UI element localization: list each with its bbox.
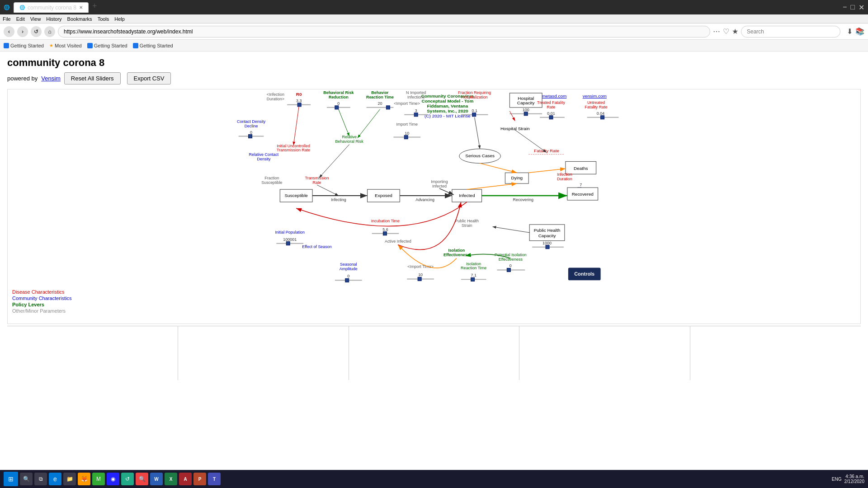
menu-bookmarks[interactable]: Bookmarks: [67, 16, 92, 22]
incubation-time-slider[interactable]: [383, 232, 387, 235]
infection-duration-top-label: <Infection: [267, 92, 284, 97]
importing-infected-label2: Infected: [432, 184, 447, 188]
import-time-ref-value: 10: [418, 272, 423, 277]
options-icon[interactable]: ⋯: [713, 27, 720, 36]
page-content: community corona 8 powered by Vensim Res…: [0, 52, 868, 455]
bookmark-most-visited[interactable]: ★ Most Visited: [49, 43, 82, 48]
bookmark-icon[interactable]: ♡: [723, 27, 729, 36]
restore-button[interactable]: □: [850, 3, 855, 12]
seasonal-amplitude-slider[interactable]: [345, 278, 349, 282]
n-imported-slider[interactable]: [414, 113, 418, 117]
star-icon[interactable]: ★: [732, 27, 738, 36]
diagram-container: Community Coronavirus Conceptual Model -…: [7, 89, 861, 324]
vensim-link-diagram[interactable]: vensim.com: [583, 94, 607, 99]
initial-uncontrolled-label2: Transmission Rate: [277, 148, 310, 152]
behavioral-risk-slider[interactable]: [335, 106, 339, 109]
hospital-capacity-slider[interactable]: [524, 112, 528, 116]
potential-isolation-label2: Effectiveness: [499, 257, 523, 262]
treated-fatality-slider[interactable]: [549, 116, 553, 119]
diagram-svg: Community Coronavirus Conceptual Model -…: [8, 89, 860, 324]
menu-history[interactable]: History: [46, 16, 61, 22]
bookmark-getting-started-1[interactable]: Getting Started: [4, 43, 44, 48]
r0-slider[interactable]: [297, 103, 301, 107]
serious-to-dying-arrow: [480, 163, 517, 173]
tab-close-button[interactable]: ✕: [79, 5, 83, 10]
dying-label: Dying: [511, 175, 523, 180]
initial-population-label: Initial Population: [275, 230, 305, 235]
relative-behavioral-label2: Behavioral Risk: [335, 139, 364, 144]
export-csv-button[interactable]: Export CSV: [127, 72, 171, 84]
reset-sliders-button[interactable]: Reset All Sliders: [64, 72, 121, 84]
hospital-capacity-label2: Capacity: [517, 100, 535, 105]
frac-hosp-label2: Hospitalization: [462, 95, 488, 99]
treated-fatality-value: 0.01: [547, 111, 555, 116]
forward-button[interactable]: ›: [17, 26, 28, 37]
new-tab-button[interactable]: +: [92, 2, 97, 13]
import-time-ref-slider[interactable]: [418, 277, 421, 281]
title-bar: 🌐 🌐 community corona 8 ✕ + − □ ✕: [0, 0, 868, 14]
transmission-rate-label: Transmission: [305, 176, 329, 180]
behavioral-risk-reduction-label: Behavioral Risk: [323, 90, 354, 95]
seasonal-amplitude-label2: Amplitude: [340, 267, 358, 271]
download-icon[interactable]: ⬇: [847, 27, 853, 36]
home-button[interactable]: ⌂: [44, 26, 55, 37]
infected-to-dying-arrow: [467, 183, 517, 189]
hospital-capacity-value: 100: [523, 108, 529, 112]
menu-tools[interactable]: Tools: [98, 16, 109, 22]
bookmarks-bar: Getting Started ★ Most Visited Getting S…: [0, 40, 868, 52]
active-tab[interactable]: 🌐 community corona 8 ✕: [14, 2, 89, 13]
recovering-label: Recovering: [513, 197, 533, 202]
n-imported-value: 3: [415, 108, 417, 113]
close-button[interactable]: ✕: [859, 3, 864, 12]
url-input[interactable]: [58, 26, 710, 38]
bookmark-icon-3: [133, 43, 138, 48]
contact-density-value: 0: [250, 130, 252, 135]
legend-other: Other/Minor Parameters: [12, 308, 71, 314]
bookmark-getting-started-2[interactable]: Getting Started: [87, 43, 127, 48]
incubation-time-value: 5.6: [382, 227, 388, 232]
isolation-reaction-label: Isolation: [466, 262, 481, 266]
contact-density-slider[interactable]: [249, 135, 252, 138]
bookmark-getting-started-3[interactable]: Getting Started: [133, 43, 173, 48]
diagram-title-5: (C) 2020 - MIT License: [425, 113, 471, 118]
menu-file[interactable]: File: [3, 16, 11, 22]
address-bar: ‹ › ↺ ⌂ ⋯ ♡ ★ ⬇ 📚: [0, 23, 868, 40]
hospital-strain-to-fatality-arrow: [515, 130, 547, 153]
potential-isolation-slider[interactable]: [507, 268, 510, 272]
behavior-reaction-slider[interactable]: [386, 106, 390, 109]
frac-hosp-slider[interactable]: [472, 113, 476, 117]
refresh-button[interactable]: ↺: [31, 26, 42, 37]
contact-density-label: Contact Density: [237, 119, 266, 124]
fatality-rate-label: Fatality Rate: [534, 148, 559, 153]
import-time-slider[interactable]: [404, 136, 408, 139]
isolation-reaction-slider[interactable]: [471, 277, 475, 281]
contact-density-label2: Decline: [245, 124, 258, 128]
tab-title: community corona 8: [28, 5, 76, 11]
untreated-fatality-slider[interactable]: [601, 116, 604, 119]
back-button[interactable]: ‹: [4, 26, 14, 37]
metasd-link[interactable]: metasd.com: [542, 94, 566, 99]
infected-label: Infected: [459, 193, 475, 198]
untreated-fatality-label: Untreated: [587, 100, 605, 105]
importing-to-infected-arrow: [439, 188, 454, 195]
search-input[interactable]: [741, 26, 840, 38]
menu-help[interactable]: Help: [114, 16, 125, 22]
importing-infected-label: Importing: [431, 179, 448, 184]
hosp-cap-to-strain-arrow: [509, 111, 515, 121]
menu-edit[interactable]: Edit: [16, 16, 25, 22]
infection-duration-value: 7: [580, 183, 582, 187]
ph-capacity-slider[interactable]: [546, 245, 549, 249]
ph-capacity-label2: Capacity: [538, 233, 556, 238]
initial-population-slider[interactable]: [286, 242, 290, 245]
legend-policy: Policy Levers: [12, 302, 71, 307]
library-icon[interactable]: 📚: [855, 27, 864, 36]
relative-contact-label: Relative Contact: [249, 152, 279, 157]
vensim-link[interactable]: Vensim: [41, 75, 61, 82]
incubation-time-label: Incubation Time: [371, 219, 400, 223]
powered-by-label: powered by: [7, 75, 38, 82]
minimize-button[interactable]: −: [843, 3, 847, 12]
menu-view[interactable]: View: [30, 16, 41, 22]
fraction-susceptible-label2: Susceptible: [261, 180, 282, 185]
controls-button-label[interactable]: Controls: [574, 271, 594, 277]
frac-hosp-value: 0.1: [472, 108, 477, 113]
